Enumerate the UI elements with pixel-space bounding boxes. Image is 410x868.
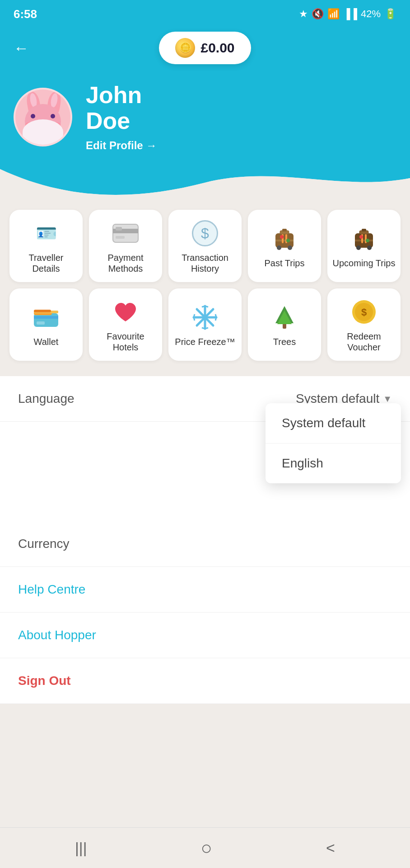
svg-point-18 [356,245,361,250]
wallet-label: Wallet [34,336,59,347]
transaction-history-label: Transaction History [173,252,237,274]
status-time: 6:58 [14,7,37,21]
wifi-icon: 📶 [327,8,340,20]
about-hopper-link[interactable]: About Hopper [0,613,410,658]
signal-icon: ▐▐ [343,8,357,20]
grid-item-traveller-details[interactable]: 🪪 Traveller Details [9,210,83,282]
svg-rect-16 [362,229,366,231]
bunny-avatar [15,90,70,145]
price-freeze-label: Price Freeze™ [175,336,235,347]
svg-rect-24 [34,313,58,327]
favourite-hotels-label: Favourite Hotels [93,331,158,353]
favourite-hotels-icon [110,297,141,327]
grid-item-payment-methods[interactable]: Payment Methods [89,210,162,282]
settings-section: Language System default ▼ System default… [0,376,410,704]
svg-text:$: $ [361,307,367,318]
svg-line-35 [205,306,208,307]
svg-line-34 [202,306,205,307]
svg-line-41 [215,317,216,321]
nav-home-button[interactable]: ○ [187,833,226,863]
silent-icon: 🔇 [312,8,324,20]
currency-label: Currency [18,537,70,551]
grid-section: 🪪 Traveller Details Payment Methods $ Tr… [0,201,410,372]
svg-line-36 [202,328,205,329]
wallet-icon [31,302,61,333]
svg-rect-17 [355,240,373,241]
svg-rect-26 [34,316,58,319]
grid-row-2: Wallet Favourite Hotels [9,288,401,361]
svg-line-39 [194,317,195,321]
redeem-voucher-icon: $ [349,297,379,327]
hero-section: ← 🪙 £0.00 [0,27,410,170]
grid-item-redeem-voucher[interactable]: $ Redeem Voucher [327,288,401,361]
balance-pill[interactable]: 🪙 £0.00 [159,32,251,64]
grid-item-trees[interactable]: Trees [248,288,321,361]
profile-info: John Doe Edit Profile → [86,82,157,152]
svg-point-13 [286,239,290,242]
nav-menu-button[interactable]: ||| [61,835,101,861]
status-icons: ★ 🔇 📶 ▐▐ 42% 🔋 [299,8,396,20]
help-centre-link[interactable]: Help Centre [0,567,410,613]
grid-item-wallet[interactable]: Wallet [9,288,83,361]
svg-rect-2 [116,236,125,239]
past-trips-label: Past Trips [265,258,305,269]
sign-out-button[interactable]: Sign Out [18,674,71,688]
svg-line-40 [215,314,216,317]
bottom-nav: ||| ○ < [0,827,410,868]
wave-svg [0,169,410,201]
upcoming-trips-icon [349,223,379,254]
wave-divider [0,169,410,201]
top-nav: ← 🪙 £0.00 [14,27,396,73]
svg-rect-3 [116,227,122,231]
profile-section: John Doe Edit Profile → [14,73,396,170]
grid-row-1: 🪪 Traveller Details Payment Methods $ Tr… [9,210,401,282]
grid-item-price-freeze[interactable]: Price Freeze™ [168,288,242,361]
help-centre-anchor[interactable]: Help Centre [18,582,85,596]
bluetooth-icon: ★ [299,8,308,20]
language-dropdown-arrow: ▼ [383,394,392,404]
nav-back-button[interactable]: < [312,835,349,861]
back-button[interactable]: ← [14,40,29,56]
language-dropdown-popup: System default English [266,403,401,483]
payment-methods-label: Payment Methods [93,252,158,274]
status-bar: 6:58 ★ 🔇 📶 ▐▐ 42% 🔋 [0,0,410,27]
trees-icon [269,302,300,333]
svg-rect-28 [34,310,51,312]
grid-item-past-trips[interactable]: Past Trips [248,210,321,282]
past-trips-icon [269,223,300,254]
battery-icon: 🔋 [384,8,396,20]
svg-rect-29 [37,321,45,325]
svg-point-19 [367,245,372,250]
svg-line-37 [205,328,208,329]
avatar [14,88,72,146]
transaction-history-icon: $ [190,218,220,249]
svg-point-9 [288,245,292,250]
svg-line-38 [194,314,195,317]
price-freeze-icon [190,302,220,333]
bunny-body [23,119,63,145]
traveller-details-icon: 🪪 [31,218,61,249]
upcoming-trips-label: Upcoming Trips [333,258,396,269]
svg-point-22 [359,235,363,239]
sign-out-section: Sign Out [0,658,410,704]
transaction-inner-icon: $ [192,220,218,246]
edit-profile-button[interactable]: Edit Profile → [86,139,157,152]
language-option-english[interactable]: English [266,443,401,483]
language-label: Language [18,392,75,406]
svg-point-23 [366,239,369,242]
language-option-system-default[interactable]: System default [266,403,401,443]
about-hopper-anchor[interactable]: About Hopper [18,628,96,642]
battery-text: 42% [361,8,381,20]
coin-icon: 🪙 [175,38,195,58]
redeem-voucher-label: Redeem Voucher [332,331,396,353]
svg-point-12 [280,235,284,239]
grid-item-favourite-hotels[interactable]: Favourite Hotels [89,288,162,361]
balance-amount: £0.00 [200,40,234,56]
svg-point-8 [277,245,281,250]
grid-item-upcoming-trips[interactable]: Upcoming Trips [327,210,401,282]
svg-rect-7 [275,240,294,241]
traveller-details-label: Traveller Details [14,252,78,274]
grid-item-transaction-history[interactable]: $ Transaction History [168,210,242,282]
currency-setting[interactable]: Currency [0,521,410,567]
svg-rect-6 [282,229,287,231]
